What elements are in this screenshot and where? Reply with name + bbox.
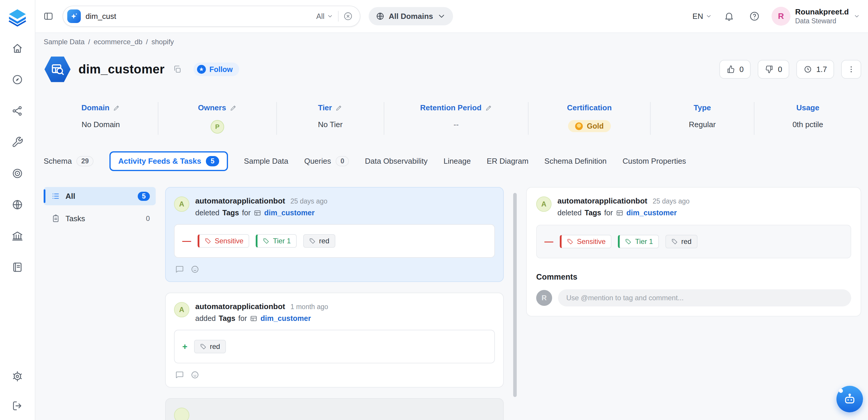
tab-schema[interactable]: Schema29 xyxy=(44,152,93,171)
filter-label: Tasks xyxy=(65,214,85,223)
domains-filter-button[interactable]: All Domains xyxy=(369,7,453,25)
feed-scrollbar[interactable] xyxy=(513,193,517,397)
feed-list-icon xyxy=(51,192,60,201)
global-search[interactable]: All xyxy=(63,6,361,27)
breadcrumb-item[interactable]: shopify xyxy=(152,38,174,46)
copy-icon[interactable] xyxy=(173,65,182,74)
topbar-right: EN R Rounakpreet.d Data Steward xyxy=(692,7,860,26)
meta-label: Retention Period xyxy=(420,103,482,112)
home-icon[interactable] xyxy=(11,42,23,54)
edit-pencil-icon[interactable] xyxy=(485,104,492,112)
tab-queries[interactable]: Queries0 xyxy=(304,152,349,171)
meta-certification: Certification Gold xyxy=(529,102,651,135)
comment-input[interactable] xyxy=(558,289,851,306)
page-title: dim_customer xyxy=(79,62,164,77)
follow-button[interactable]: ★ Follow xyxy=(193,63,239,76)
clear-search-icon[interactable] xyxy=(343,11,353,21)
bot-avatar: A xyxy=(536,197,552,212)
breadcrumb-item[interactable]: Sample Data xyxy=(44,38,85,46)
meta-value: No Domain xyxy=(82,120,120,129)
certification-label: Gold xyxy=(587,122,604,130)
version-clock-icon xyxy=(803,65,812,74)
emoji-reaction-icon[interactable] xyxy=(190,370,199,379)
tag-change-box: — Sensitive Tier 1 red xyxy=(174,224,495,258)
table-icon xyxy=(254,209,261,217)
chatbot-fab[interactable] xyxy=(836,386,863,412)
explore-compass-icon[interactable] xyxy=(11,74,23,86)
tab-label: Schema xyxy=(44,157,72,166)
settings-gear-icon[interactable] xyxy=(11,370,23,382)
topbar: All All Domains EN R xyxy=(35,0,868,33)
bot-avatar xyxy=(174,408,189,420)
entity-link[interactable]: dim_customer xyxy=(616,209,677,217)
feed-filter-panel: All 5 Tasks 0 xyxy=(44,187,156,228)
tag-icon xyxy=(200,343,207,350)
knowledge-book-icon[interactable] xyxy=(11,261,23,273)
search-scope-dropdown[interactable]: All xyxy=(316,12,333,21)
domains-globe-icon[interactable] xyxy=(11,199,23,211)
meta-retention-period: Retention Period -- xyxy=(384,102,529,135)
tab-lineage[interactable]: Lineage xyxy=(443,152,471,170)
tab-custom-properties[interactable]: Custom Properties xyxy=(623,152,686,170)
sidebar-toggle-button[interactable] xyxy=(40,8,57,25)
feed-detail-panel: A automatorapplicationbot 25 days ago de… xyxy=(526,187,861,317)
breadcrumb-separator: / xyxy=(88,38,90,46)
breadcrumb-item[interactable]: ecommerce_db xyxy=(93,38,142,46)
governance-bank-icon[interactable] xyxy=(11,230,23,242)
filter-all[interactable]: All 5 xyxy=(44,187,156,205)
edit-pencil-icon[interactable] xyxy=(113,104,120,112)
added-plus-icon: + xyxy=(182,342,188,351)
tag-label: red xyxy=(210,342,220,351)
search-input[interactable] xyxy=(86,12,311,21)
meta-owners: Owners P xyxy=(158,102,277,135)
lineage-graph-icon[interactable] xyxy=(11,105,23,117)
tab-sample-data[interactable]: Sample Data xyxy=(244,152,288,170)
meta-value: Regular xyxy=(689,120,716,129)
feed-card[interactable]: A automatorapplicationbot 25 days ago de… xyxy=(165,187,504,282)
observability-target-icon[interactable] xyxy=(11,168,23,179)
language-selector[interactable]: EN xyxy=(692,12,712,21)
filter-label: All xyxy=(65,192,75,201)
domains-filter-label: All Domains xyxy=(389,12,433,21)
rail-bottom xyxy=(11,370,23,412)
main-area: All All Domains EN R xyxy=(35,0,868,420)
gold-medal-icon xyxy=(575,122,583,130)
entity-link[interactable]: dim_customer xyxy=(250,314,311,323)
feed-action: deleted xyxy=(557,209,582,217)
tab-er-diagram[interactable]: ER Diagram xyxy=(487,152,529,170)
more-options-button[interactable] xyxy=(841,60,861,79)
tab-data-observability[interactable]: Data Observability xyxy=(365,152,427,170)
user-menu[interactable]: R Rounakpreet.d Data Steward xyxy=(772,7,860,26)
feed-timestamp: 1 month ago xyxy=(290,303,328,311)
reply-comment-icon[interactable] xyxy=(175,370,184,379)
notifications-bell-button[interactable] xyxy=(721,8,737,25)
feed-card[interactable]: A automatorapplicationbot 1 month ago ad… xyxy=(165,293,504,388)
entity-link-label: dim_customer xyxy=(626,209,677,217)
tools-wrench-icon[interactable] xyxy=(11,136,23,148)
meta-type: Type Regular xyxy=(651,102,754,135)
app-logo-icon[interactable] xyxy=(7,7,28,28)
downvote-button[interactable]: 0 xyxy=(758,60,789,79)
help-button[interactable] xyxy=(746,8,763,25)
logout-icon[interactable] xyxy=(11,400,23,412)
feed-card-partial[interactable] xyxy=(165,398,504,420)
feed-user: automatorapplicationbot xyxy=(557,197,647,206)
reply-comment-icon[interactable] xyxy=(175,265,184,274)
upvote-button[interactable]: 0 xyxy=(719,60,751,79)
tab-activity-feeds-tasks[interactable]: Activity Feeds & Tasks5 xyxy=(110,151,228,171)
tab-schema-definition[interactable]: Schema Definition xyxy=(545,152,607,170)
feed-object: Tags xyxy=(585,209,601,217)
removed-minus-icon: — xyxy=(545,237,553,246)
tag-label: Tier 1 xyxy=(273,237,290,245)
edit-pencil-icon[interactable] xyxy=(230,104,237,112)
entity-link[interactable]: dim_customer xyxy=(254,209,315,217)
language-label: EN xyxy=(692,12,703,21)
entity-link-label: dim_customer xyxy=(264,209,315,217)
filter-tasks[interactable]: Tasks 0 xyxy=(44,209,156,228)
search-scope-label: All xyxy=(316,12,324,21)
chevron-down-icon xyxy=(437,12,446,21)
table-entity-icon xyxy=(44,55,71,83)
version-history-button[interactable]: 1.7 xyxy=(796,60,834,79)
emoji-reaction-icon[interactable] xyxy=(190,265,199,274)
edit-pencil-icon[interactable] xyxy=(335,104,342,112)
